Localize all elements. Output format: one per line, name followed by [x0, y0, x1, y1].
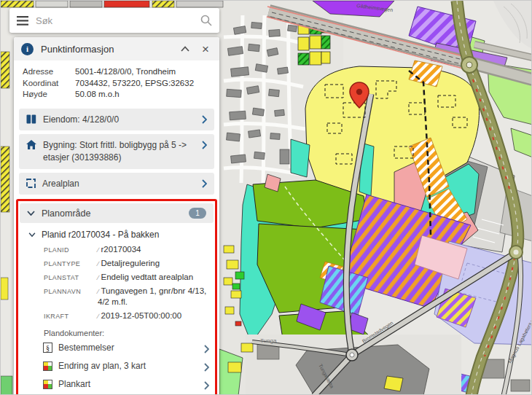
detail-label: IKRAFT — [44, 310, 98, 321]
close-icon: × — [202, 43, 209, 55]
planomrade-title: Planområde — [42, 208, 182, 219]
area-label: Tunga — [260, 337, 277, 344]
chevron-right-icon — [202, 115, 207, 124]
house-icon — [26, 140, 36, 149]
app-window: Gildheimsvegen Bromstadvegen Tungasletta… — [0, 0, 532, 395]
point-info-panel: i Punktinformasjon × Adresse 5001-4/128/… — [14, 37, 219, 395]
address-label: Adresse — [23, 66, 75, 78]
detail-label: PLANID — [44, 244, 98, 255]
address-row: Koordinat 7034432, 573220, EPSG:32632 — [23, 78, 211, 90]
edit-tick-icon: ∕ — [98, 246, 99, 254]
address-block: Adresse 5001-4/128/0/0, Trondheim Koordi… — [14, 60, 219, 105]
close-button[interactable]: × — [199, 42, 212, 55]
plan-boundary-icon — [26, 179, 36, 188]
edit-tick-icon: ∕ — [98, 274, 99, 281]
plan-detail-row: PLANTYPE ∕Detaljregulering — [20, 257, 214, 270]
plan-map-icon — [43, 380, 52, 389]
planomrade-highlight-box: Planområde 1 Planid r20170034 - På bakke… — [16, 199, 217, 395]
menu-icon[interactable] — [17, 16, 28, 26]
address-label: Koordinat — [23, 78, 75, 90]
arealplan-row[interactable]: Arealplan — [19, 173, 214, 195]
chevron-right-icon — [204, 363, 209, 372]
address-row: Høyde 50.08 m.o.h — [23, 89, 211, 101]
detail-value: ∕Endelig vedtatt arealplan — [98, 272, 209, 283]
detail-label: PLANSTAT — [44, 272, 98, 283]
chevron-right-icon — [202, 179, 207, 188]
chevron-down-icon — [27, 211, 35, 216]
search-input[interactable] — [36, 15, 193, 26]
document-row-endring[interactable]: Endring av plan, 3 kart — [20, 357, 214, 375]
plan-header-label: Planid r20170034 - På bakken — [42, 230, 159, 240]
detail-value: ∕Tungavegen 1, gnr/bnr 4/13, 4/2 m.fl. — [98, 286, 209, 308]
address-row: Adresse 5001-4/128/0/0, Trondheim — [23, 66, 211, 78]
plan-map-icon — [43, 361, 52, 371]
paragraph-icon: § — [43, 343, 52, 353]
search-bar — [9, 8, 219, 33]
chevron-up-icon — [181, 46, 189, 52]
planomrade-section-header[interactable]: Planområde 1 — [20, 203, 214, 223]
document-row-bestemmelser[interactable]: § Bestemmelser — [20, 339, 214, 357]
plandokumenter-label: Plandokumenter: — [20, 323, 214, 339]
address-value: 5001-4/128/0/0, Trondheim — [75, 66, 176, 78]
plan-subheader[interactable]: Planid r20170034 - På bakken — [20, 223, 214, 243]
panel-title: Punktinformasjon — [41, 44, 171, 55]
arealplan-label: Arealplan — [42, 177, 195, 190]
detail-value: ∕Detaljregulering — [98, 258, 209, 269]
address-value: 50.08 m.o.h — [75, 89, 120, 101]
detail-label: PLANTYPE — [44, 258, 98, 269]
chevron-down-icon — [28, 232, 36, 237]
document-label: Plankart — [58, 379, 198, 389]
document-label: Bestemmelser — [58, 343, 198, 353]
eiendom-label: Eiendom: 4/128/0/0 — [43, 113, 195, 126]
address-label: Høyde — [23, 89, 75, 101]
detail-value: ∕r20170034 — [98, 244, 209, 255]
edit-tick-icon: ∕ — [98, 260, 99, 267]
eiendom-row[interactable]: Eiendom: 4/128/0/0 — [19, 109, 214, 130]
detail-value: ∕2019-12-05T00:00:00 — [98, 310, 209, 321]
chevron-right-icon — [204, 381, 209, 390]
plan-detail-row: PLANID ∕r20170034 — [20, 243, 214, 257]
collapse-button[interactable] — [179, 42, 192, 55]
panel-header: i Punktinformasjon × — [14, 37, 219, 60]
edit-tick-icon: ∕ — [98, 313, 99, 320]
edit-tick-icon: ∕ — [98, 288, 99, 295]
detail-label: PLANNAVN — [44, 286, 98, 308]
document-row-plankart[interactable]: Plankart — [20, 375, 214, 394]
bygning-label: Bygning: Stort frittl. boligbygg på 5 ->… — [43, 138, 195, 165]
document-label: Endring av plan, 3 kart — [58, 361, 198, 371]
chevron-right-icon — [204, 345, 209, 353]
chevron-right-icon — [202, 141, 207, 149]
plan-detail-row: PLANSTAT ∕Endelig vedtatt arealplan — [20, 270, 214, 284]
cadastre-icon — [26, 114, 36, 124]
plan-detail-row: IKRAFT ∕2019-12-05T00:00:00 — [20, 309, 214, 323]
info-icon: i — [21, 43, 34, 55]
search-icon[interactable] — [200, 15, 212, 26]
address-value: 7034432, 573220, EPSG:32632 — [75, 78, 194, 90]
plan-detail-row: PLANNAVN ∕Tungavegen 1, gnr/bnr 4/13, 4/… — [20, 284, 214, 309]
planomrade-count-badge: 1 — [189, 208, 206, 219]
bygning-row[interactable]: Bygning: Stort frittl. boligbygg på 5 ->… — [19, 134, 214, 169]
